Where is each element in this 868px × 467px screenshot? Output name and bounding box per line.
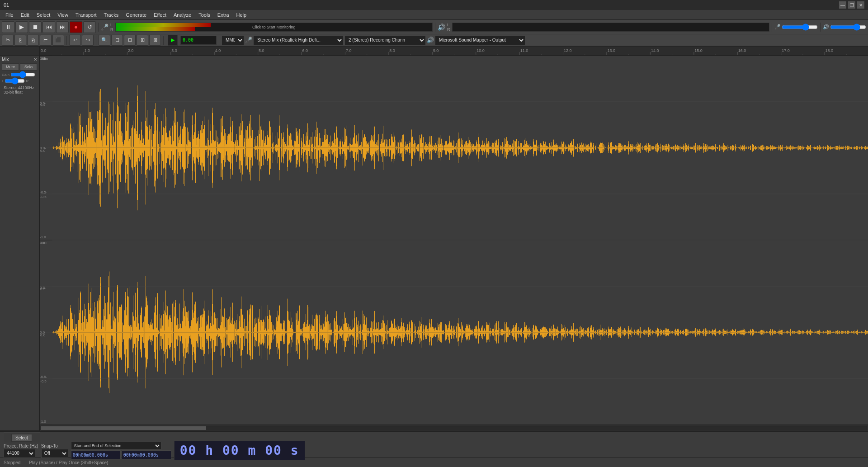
paste-button[interactable]: ⎗: [27, 35, 39, 46]
waveform-canvas: [40, 56, 868, 425]
pan-control: L R: [2, 78, 37, 84]
end-time-input[interactable]: [122, 450, 171, 459]
edit-sep3: [163, 36, 164, 45]
record-mic-icon: 🎤: [101, 24, 108, 31]
snap-to-select[interactable]: Off: [41, 449, 68, 458]
click-to-monitor-label: Click to Start Monitoring: [116, 25, 433, 29]
titlebar: 01 — ❐ ✕: [0, 0, 868, 10]
zoom-in-button[interactable]: 🔍: [99, 35, 110, 46]
gain-slider[interactable]: [10, 72, 35, 77]
close-button[interactable]: ✕: [857, 1, 864, 9]
app-title: 01: [4, 2, 9, 8]
copy-button[interactable]: ⎘: [14, 35, 26, 46]
selection-group: Start and End of Selection: [71, 442, 171, 459]
lr-label-rec: LR: [110, 23, 113, 32]
selection-dropdown[interactable]: Start and End of Selection: [71, 442, 161, 450]
waveform-area[interactable]: Mix 1.0 0.5- 0.0- -0.5- -1.0 1.0 0.5- 0.…: [40, 56, 868, 425]
bottom-panel: Select Project Rate (Hz) 44100 Snap-To O…: [0, 431, 868, 467]
track-bit-depth: 32-bit float: [4, 90, 35, 94]
track-control-block: Mix ✕ Mute Solo Gain L R: [0, 56, 39, 431]
input-device-select[interactable]: Stereo Mix (Realtek High Defi...: [253, 35, 344, 45]
menu-select[interactable]: Select: [33, 11, 54, 19]
minimize-button[interactable]: —: [839, 1, 846, 9]
scrollbar-track: [41, 426, 867, 430]
edit-toolbar-row: ✂ ⎘ ⎗ ⊢ ⬛ ↩ ↪ 🔍 ⊟ ⊡ ⊞ ⊠ ▶ 0.00 MME 🎤: [0, 34, 868, 46]
menu-tracks[interactable]: Tracks: [100, 11, 123, 19]
menu-help[interactable]: Help: [233, 11, 250, 19]
record-vol-icon: 🎤: [774, 24, 781, 30]
main-content: Mix ✕ Mute Solo Gain L R: [0, 47, 868, 431]
playback-volume-slider[interactable]: [830, 24, 866, 31]
edit-sep4: [219, 36, 219, 45]
track-panel-header: [0, 47, 39, 56]
recording-meter[interactable]: Click to Start Monitoring: [115, 23, 433, 32]
vol-icon2: 🔊: [427, 37, 434, 43]
ruler-canvas: [40, 47, 868, 56]
separator4: [820, 23, 821, 32]
host-select[interactable]: MME: [222, 35, 244, 45]
ruler-bar: [40, 47, 868, 56]
time-fields: [71, 450, 171, 459]
skip-forward-button[interactable]: ⏭: [56, 21, 69, 33]
record-volume-slider[interactable]: [782, 24, 818, 31]
zoom-full-button[interactable]: ⊠: [149, 35, 161, 46]
menu-tools[interactable]: Tools: [195, 11, 214, 19]
output-device-select[interactable]: Microsoft Sound Mapper - Output: [435, 35, 525, 45]
zoom-sel-button[interactable]: ⊡: [124, 35, 136, 46]
play-button[interactable]: ▶: [15, 21, 28, 33]
redo-button[interactable]: ↪: [82, 35, 94, 46]
scrollbar-thumb[interactable]: [41, 426, 206, 430]
select-button[interactable]: Select: [11, 434, 32, 442]
horizontal-scrollbar[interactable]: [40, 425, 868, 431]
zoom-fit-button[interactable]: ⊞: [137, 35, 148, 46]
start-time-input[interactable]: [71, 450, 121, 459]
menu-view[interactable]: View: [54, 11, 72, 19]
restore-button[interactable]: ❐: [848, 1, 855, 9]
project-rate-label: Project Rate (Hz): [4, 443, 38, 448]
bottom-row1: Project Rate (Hz) 44100 Snap-To Off Star…: [0, 443, 868, 458]
mix-track-label: Mix: [42, 57, 48, 61]
project-rate-select[interactable]: 44100: [4, 449, 35, 458]
menu-extra[interactable]: Extra: [214, 11, 233, 19]
record-button[interactable]: ●: [70, 21, 82, 33]
cut-button[interactable]: ✂: [2, 35, 14, 46]
select-area: Select: [4, 433, 40, 443]
mute-button[interactable]: Mute: [2, 63, 19, 71]
menu-analyze[interactable]: Analyze: [170, 11, 195, 19]
menu-generate[interactable]: Generate: [122, 11, 150, 19]
track-info: Stereo, 44100Hz 32-bit float: [2, 85, 37, 95]
silence-button[interactable]: ⬛: [52, 35, 64, 46]
menu-file[interactable]: File: [2, 11, 17, 19]
playback-vol-icon2: 🔊: [823, 24, 829, 30]
skip-back-button[interactable]: ⏮: [42, 21, 55, 33]
menu-effect[interactable]: Effect: [150, 11, 170, 19]
status-hint: Play (Space) / Play Once (Shift+Space): [29, 460, 108, 465]
solo-button[interactable]: Solo: [20, 63, 37, 71]
track-close-icon[interactable]: ✕: [33, 57, 37, 62]
play-position-value: 0.00: [183, 38, 193, 42]
separator2: [435, 23, 435, 32]
gain-label: Gain: [2, 73, 9, 77]
pause-button[interactable]: ⏸: [2, 21, 14, 33]
stop-button[interactable]: ⏹: [29, 21, 42, 33]
play-position-indicator: ▶: [168, 35, 178, 46]
channels-select[interactable]: 2 (Stereo) Recording Chann: [344, 35, 426, 45]
mute-solo-row: Mute Solo: [2, 63, 37, 71]
menubar: File Edit Select View Transport Tracks G…: [0, 10, 868, 20]
pan-slider[interactable]: [5, 78, 25, 84]
edit-sep2: [96, 36, 96, 45]
zoom-out-button[interactable]: ⊟: [111, 35, 123, 46]
waveform-panel: Mix 1.0 0.5- 0.0- -0.5- -1.0 1.0 0.5- 0.…: [40, 47, 868, 431]
menu-transport[interactable]: Transport: [72, 11, 100, 19]
loop-button[interactable]: ↺: [83, 21, 96, 33]
menu-edit[interactable]: Edit: [17, 11, 33, 19]
pan-l-label: L: [2, 79, 4, 83]
snap-to-group: Snap-To Off: [41, 443, 68, 458]
trim-button[interactable]: ⊢: [40, 35, 52, 46]
playback-meter[interactable]: [452, 23, 770, 32]
track-panel: Mix ✕ Mute Solo Gain L R: [0, 47, 40, 431]
mic-icon2: 🎤: [245, 37, 252, 43]
undo-button[interactable]: ↩: [69, 35, 81, 46]
separator: [98, 23, 99, 32]
play-position-display: 0.00: [180, 36, 217, 45]
